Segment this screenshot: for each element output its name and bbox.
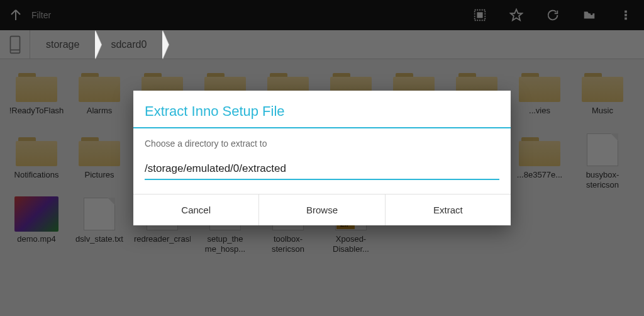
cancel-button[interactable]: Cancel: [133, 195, 258, 225]
dialog-message: Choose a directory to extract to: [145, 138, 499, 149]
app-root: Filter storage sdcard0 !ReadyToFlashAlar…: [0, 0, 644, 316]
dialog-actions: Cancel Browse Extract: [133, 194, 511, 225]
browse-button[interactable]: Browse: [258, 195, 384, 225]
extract-button[interactable]: Extract: [385, 195, 511, 225]
extract-path-input[interactable]: [145, 160, 499, 180]
dialog-title: Extract Inno Setup File: [133, 91, 511, 128]
extract-dialog: Extract Inno Setup File Choose a directo…: [133, 91, 511, 225]
